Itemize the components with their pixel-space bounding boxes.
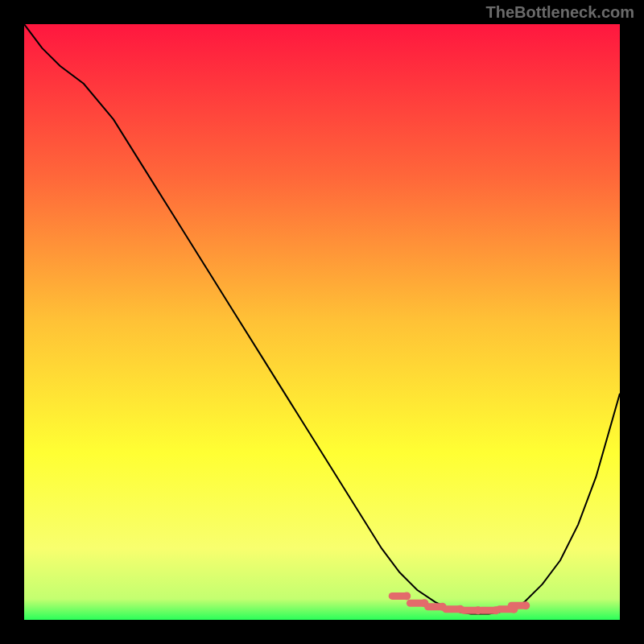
gradient-background <box>24 24 620 620</box>
optimal-marker-dot <box>402 592 411 600</box>
optimal-marker-dot <box>522 601 530 609</box>
bottleneck-chart <box>24 24 620 620</box>
chart-svg <box>24 24 620 620</box>
watermark-text: TheBottleneck.com <box>486 3 634 22</box>
